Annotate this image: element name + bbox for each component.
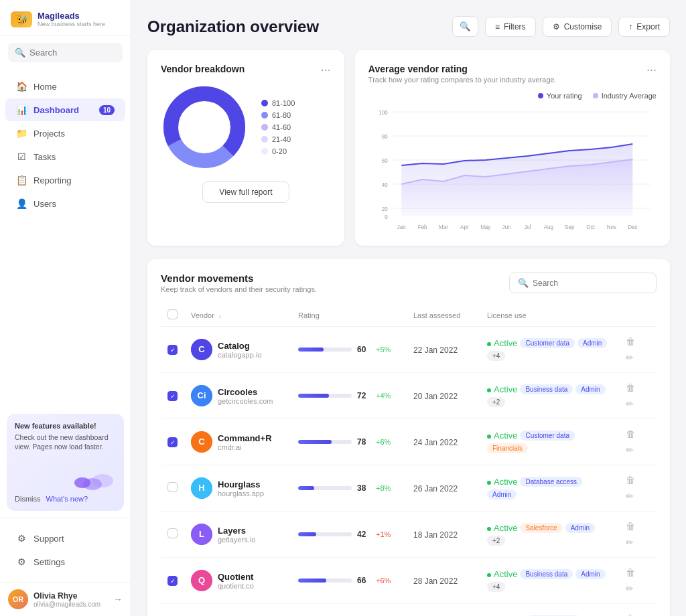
vendor-name-cell: C Command+R cmdr.ai [184,419,291,465]
legend-item-81-100: 81-100 [261,99,295,107]
sidebar-item-dashboard[interactable]: 📊 Dashboard 10 [5,98,125,121]
donut-legend: 81-100 61-80 41-60 21-40 [261,99,295,155]
rating-number: 78 [357,437,370,447]
avg-rating-more[interactable]: ··· [646,64,657,76]
header-actions: 🔍 ≡ Filters ⚙ Customise ↑ Export [452,16,670,37]
rating-change: +8% [376,484,400,492]
sidebar-item-label: Users [33,199,56,209]
vendor-tag: Admin [565,523,595,533]
edit-button[interactable]: ✏ [623,581,636,597]
sidebar-search-box[interactable]: 🔍 [8,43,123,62]
rating-fill [298,579,326,583]
delete-button[interactable]: 🗑 [623,564,638,581]
svg-text:100: 100 [379,109,388,117]
nav-menu: 🏠 Home 📊 Dashboard 10 📁 Projects ☑ Tasks… [0,69,131,407]
vendor-domain: getlayers.io [218,536,255,544]
sidebar-item-projects[interactable]: 📁 Projects [5,122,125,145]
svg-text:80: 80 [382,133,388,141]
svg-text:Feb: Feb [418,224,427,231]
vendor-actions-cell: 🗑 ✏ [616,604,657,617]
rating-number: 66 [357,576,370,585]
edit-button[interactable]: ✏ [623,396,636,412]
delete-button[interactable]: 🗑 [623,333,638,350]
vendor-tags: Active Customer dataAdmin+4 [487,338,610,361]
sidebar-search-input[interactable] [29,48,116,58]
vendor-status: Active [487,431,517,441]
last-assessed-date: 24 Jan 2022 [413,438,458,447]
vendor-checkbox[interactable] [167,482,178,492]
vendor-tag: +4 [487,582,505,592]
vendor-tags: Active Business dataAdmin+2 [487,384,610,407]
customise-button[interactable]: ⚙ Customise [543,17,612,37]
edit-button[interactable]: ✏ [623,534,636,550]
vendor-search-input[interactable] [533,279,648,288]
whats-new-button[interactable]: What's new? [46,495,88,503]
vendor-license-cell: Active SalesforceAdmin+2 [480,512,616,558]
sidebar-item-support[interactable]: ⚙ Support [5,527,125,550]
vendor-checkbox-cell: ✓ [161,558,184,604]
sidebar-item-reporting[interactable]: 📋 Reporting [5,169,125,191]
vendor-movements-section: Vendor movements Keep track of vendors a… [147,259,670,616]
vendor-actions-cell: 🗑 ✏ [616,465,657,512]
sidebar-item-tasks[interactable]: ☑ Tasks [5,145,125,168]
table-row: H Hourglass hourglass.app 38 +8% 26 Jan … [161,465,657,512]
export-button[interactable]: ↑ Export [618,17,670,37]
rating-change: +6% [376,576,400,585]
line-chart: 100 80 60 40 20 0 Jan Feb Mar Apr May Ju… [368,105,657,232]
sidebar-item-users[interactable]: 👤 Users [5,192,125,215]
edit-button[interactable]: ✏ [623,442,636,458]
donut-chart [161,84,248,171]
delete-button[interactable]: 🗑 [623,380,638,396]
vendor-rating-cell: 78 +6% [291,419,407,465]
svg-point-8 [179,102,230,153]
vendor-tag: Financials [487,443,528,453]
edit-button[interactable]: ✏ [623,350,636,366]
vendor-assessed-cell: 18 Jan 2022 [407,512,480,558]
vendor-breakdown-more[interactable]: ··· [321,64,331,76]
sidebar-item-settings[interactable]: ⚙ Settings [5,550,125,573]
delete-button[interactable]: 🗑 [623,426,638,442]
sidebar: 🐝 Magileads New business starts here 🔍 🏠… [0,0,131,616]
rating-change: +1% [376,530,400,538]
svg-text:Mar: Mar [439,224,448,231]
vendor-tag: Admin [575,569,605,579]
delete-button[interactable]: 🗑 [623,472,638,488]
edit-button[interactable]: ✏ [623,488,636,504]
last-assessed-date: 20 Jan 2022 [413,392,458,401]
vendor-checkbox[interactable]: ✓ [167,391,178,401]
vendor-tags: Active Customer dataFinancials [487,431,610,453]
donut-chart-container: 81-100 61-80 41-60 21-40 [161,84,331,171]
vendor-checkbox[interactable]: ✓ [167,576,178,586]
col-header-rating: Rating [291,304,407,327]
delete-button[interactable]: 🗑 [623,518,638,534]
vendor-logo: H [191,477,212,499]
col-header-vendor: Vendor ↓ [184,304,291,327]
vendor-logo: Ci [191,385,212,406]
view-full-report-button[interactable]: View full report [202,181,289,203]
vendor-search-box[interactable]: 🔍 [509,273,657,293]
vendor-status: Active [487,523,517,533]
users-icon: 👤 [16,198,27,209]
sidebar-item-home[interactable]: 🏠 Home [5,75,125,98]
vendor-rating-cell: 66 +6% [291,558,407,604]
vendor-checkbox-cell: ✓ [161,327,184,373]
svg-text:Jun: Jun [502,224,510,231]
header-search-button[interactable]: 🔍 [452,16,478,37]
vendor-checkbox[interactable]: ✓ [167,345,178,355]
delete-button[interactable]: 🗑 [623,611,638,616]
col-header-assessed: Last assessed [407,304,480,327]
dismiss-button[interactable]: Dismiss [15,495,41,503]
logout-icon[interactable]: → [113,594,123,605]
filters-button[interactable]: ≡ Filters [485,17,536,37]
vendor-checkbox-cell: ✓ [161,373,184,419]
rating-change: +5% [376,345,400,354]
select-all-checkbox[interactable] [167,309,178,319]
rating-fill [298,440,332,444]
vendor-domain: quotient.co [218,582,254,590]
notification-card: New features available! Check out the ne… [7,414,124,511]
customise-icon: ⚙ [553,22,560,31]
vendor-checkbox[interactable]: ✓ [167,437,178,447]
svg-text:Dec: Dec [628,224,638,231]
svg-text:Ci: Ci [198,390,206,400]
vendor-checkbox[interactable] [167,528,178,538]
